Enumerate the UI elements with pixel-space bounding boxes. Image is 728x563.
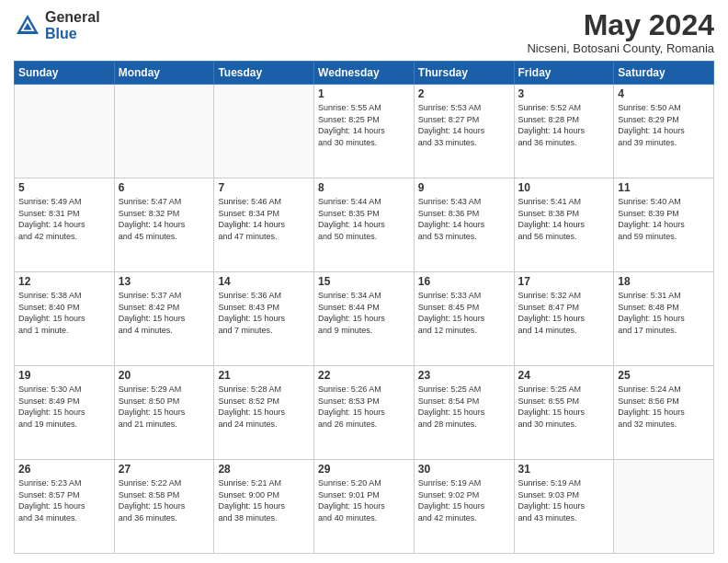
- day-number: 16: [418, 275, 510, 288]
- day-info: Sunrise: 5:20 AMSunset: 9:01 PMDaylight:…: [318, 477, 410, 523]
- day-number: 12: [18, 275, 110, 288]
- day-number: 28: [218, 463, 310, 476]
- col-monday: Monday: [114, 62, 214, 85]
- day-cell: 1Sunrise: 5:55 AMSunset: 8:25 PMDaylight…: [314, 85, 415, 178]
- day-cell: 25Sunrise: 5:24 AMSunset: 8:56 PMDayligh…: [614, 366, 714, 460]
- day-number: 7: [218, 181, 310, 194]
- day-number: 13: [119, 275, 210, 288]
- logo-blue-text: Blue: [45, 26, 100, 42]
- day-info: Sunrise: 5:25 AMSunset: 8:55 PMDaylight:…: [518, 384, 610, 430]
- day-info: Sunrise: 5:47 AMSunset: 8:32 PMDaylight:…: [119, 196, 210, 242]
- day-number: 11: [618, 181, 710, 194]
- day-cell: 4Sunrise: 5:50 AMSunset: 8:29 PMDaylight…: [614, 85, 714, 178]
- day-number: 30: [418, 463, 510, 476]
- day-cell: 11Sunrise: 5:40 AMSunset: 8:39 PMDayligh…: [614, 178, 714, 272]
- day-cell: 8Sunrise: 5:44 AMSunset: 8:35 PMDaylight…: [314, 178, 415, 272]
- day-cell: 20Sunrise: 5:29 AMSunset: 8:50 PMDayligh…: [114, 366, 214, 460]
- day-number: 23: [418, 369, 510, 382]
- day-info: Sunrise: 5:55 AMSunset: 8:25 PMDaylight:…: [318, 102, 410, 148]
- day-info: Sunrise: 5:40 AMSunset: 8:39 PMDaylight:…: [618, 196, 710, 242]
- day-cell: 22Sunrise: 5:26 AMSunset: 8:53 PMDayligh…: [314, 366, 415, 460]
- day-info: Sunrise: 5:28 AMSunset: 8:52 PMDaylight:…: [218, 384, 310, 430]
- day-cell: 31Sunrise: 5:19 AMSunset: 9:03 PMDayligh…: [514, 460, 614, 554]
- week-row-1: 5Sunrise: 5:49 AMSunset: 8:31 PMDaylight…: [15, 178, 714, 272]
- day-cell: 12Sunrise: 5:38 AMSunset: 8:40 PMDayligh…: [15, 272, 115, 366]
- day-cell: 18Sunrise: 5:31 AMSunset: 8:48 PMDayligh…: [614, 272, 714, 366]
- day-number: 20: [119, 369, 210, 382]
- day-cell: 16Sunrise: 5:33 AMSunset: 8:45 PMDayligh…: [414, 272, 514, 366]
- day-info: Sunrise: 5:26 AMSunset: 8:53 PMDaylight:…: [318, 384, 410, 430]
- day-cell: 27Sunrise: 5:22 AMSunset: 8:58 PMDayligh…: [114, 460, 214, 554]
- day-info: Sunrise: 5:30 AMSunset: 8:49 PMDaylight:…: [18, 384, 110, 430]
- day-cell: 21Sunrise: 5:28 AMSunset: 8:52 PMDayligh…: [214, 366, 314, 460]
- calendar-body: 1Sunrise: 5:55 AMSunset: 8:25 PMDaylight…: [15, 85, 714, 554]
- day-cell: [114, 85, 214, 178]
- col-tuesday: Tuesday: [214, 62, 314, 85]
- day-info: Sunrise: 5:19 AMSunset: 9:02 PMDaylight:…: [418, 477, 510, 523]
- day-cell: [15, 85, 115, 178]
- header: General Blue May 2024 Nicseni, Botosani …: [14, 9, 714, 55]
- day-cell: 29Sunrise: 5:20 AMSunset: 9:01 PMDayligh…: [314, 460, 415, 554]
- day-info: Sunrise: 5:25 AMSunset: 8:54 PMDaylight:…: [418, 384, 510, 430]
- title-block: May 2024 Nicseni, Botosani County, Roman…: [527, 9, 714, 55]
- day-number: 25: [618, 369, 710, 382]
- day-cell: 17Sunrise: 5:32 AMSunset: 8:47 PMDayligh…: [514, 272, 614, 366]
- day-cell: 9Sunrise: 5:43 AMSunset: 8:36 PMDaylight…: [414, 178, 514, 272]
- col-wednesday: Wednesday: [314, 62, 415, 85]
- day-number: 19: [18, 369, 110, 382]
- day-number: 18: [618, 275, 710, 288]
- day-info: Sunrise: 5:19 AMSunset: 9:03 PMDaylight:…: [518, 477, 610, 523]
- logo: General Blue: [14, 9, 100, 41]
- day-cell: 19Sunrise: 5:30 AMSunset: 8:49 PMDayligh…: [15, 366, 115, 460]
- day-number: 6: [119, 181, 210, 194]
- day-info: Sunrise: 5:23 AMSunset: 8:57 PMDaylight:…: [18, 477, 110, 523]
- day-number: 27: [119, 463, 210, 476]
- day-number: 26: [18, 463, 110, 476]
- day-info: Sunrise: 5:53 AMSunset: 8:27 PMDaylight:…: [418, 102, 510, 148]
- day-cell: 14Sunrise: 5:36 AMSunset: 8:43 PMDayligh…: [214, 272, 314, 366]
- day-cell: 6Sunrise: 5:47 AMSunset: 8:32 PMDaylight…: [114, 178, 214, 272]
- location-subtitle: Nicseni, Botosani County, Romania: [527, 41, 714, 55]
- logo-general-text: General: [45, 9, 100, 26]
- day-cell: 7Sunrise: 5:46 AMSunset: 8:34 PMDaylight…: [214, 178, 314, 272]
- day-cell: 10Sunrise: 5:41 AMSunset: 8:38 PMDayligh…: [514, 178, 614, 272]
- day-number: 22: [318, 369, 410, 382]
- day-number: 3: [518, 87, 610, 100]
- day-cell: [614, 460, 714, 554]
- day-number: 8: [318, 181, 410, 194]
- col-sunday: Sunday: [15, 62, 115, 85]
- day-number: 31: [518, 463, 610, 476]
- day-number: 2: [418, 87, 510, 100]
- logo-text: General Blue: [45, 9, 100, 41]
- logo-icon: [14, 12, 41, 40]
- month-title: May 2024: [527, 9, 714, 41]
- day-info: Sunrise: 5:38 AMSunset: 8:40 PMDaylight:…: [18, 290, 110, 336]
- day-number: 1: [318, 87, 410, 100]
- day-number: 9: [418, 181, 510, 194]
- day-info: Sunrise: 5:31 AMSunset: 8:48 PMDaylight:…: [618, 290, 710, 336]
- day-cell: 2Sunrise: 5:53 AMSunset: 8:27 PMDaylight…: [414, 85, 514, 178]
- day-number: 21: [218, 369, 310, 382]
- day-cell: 5Sunrise: 5:49 AMSunset: 8:31 PMDaylight…: [15, 178, 115, 272]
- day-info: Sunrise: 5:21 AMSunset: 9:00 PMDaylight:…: [218, 477, 310, 523]
- day-number: 15: [318, 275, 410, 288]
- day-number: 10: [518, 181, 610, 194]
- day-info: Sunrise: 5:29 AMSunset: 8:50 PMDaylight:…: [119, 384, 210, 430]
- day-info: Sunrise: 5:46 AMSunset: 8:34 PMDaylight:…: [218, 196, 310, 242]
- day-info: Sunrise: 5:32 AMSunset: 8:47 PMDaylight:…: [518, 290, 610, 336]
- day-cell: 30Sunrise: 5:19 AMSunset: 9:02 PMDayligh…: [414, 460, 514, 554]
- week-row-3: 19Sunrise: 5:30 AMSunset: 8:49 PMDayligh…: [15, 366, 714, 460]
- day-info: Sunrise: 5:52 AMSunset: 8:28 PMDaylight:…: [518, 102, 610, 148]
- day-cell: 24Sunrise: 5:25 AMSunset: 8:55 PMDayligh…: [514, 366, 614, 460]
- day-cell: [214, 85, 314, 178]
- day-cell: 15Sunrise: 5:34 AMSunset: 8:44 PMDayligh…: [314, 272, 415, 366]
- day-number: 29: [318, 463, 410, 476]
- day-number: 14: [218, 275, 310, 288]
- day-cell: 26Sunrise: 5:23 AMSunset: 8:57 PMDayligh…: [15, 460, 115, 554]
- calendar-table: Sunday Monday Tuesday Wednesday Thursday…: [14, 61, 714, 554]
- day-cell: 13Sunrise: 5:37 AMSunset: 8:42 PMDayligh…: [114, 272, 214, 366]
- day-number: 17: [518, 275, 610, 288]
- day-info: Sunrise: 5:50 AMSunset: 8:29 PMDaylight:…: [618, 102, 710, 148]
- day-info: Sunrise: 5:43 AMSunset: 8:36 PMDaylight:…: [418, 196, 510, 242]
- week-row-2: 12Sunrise: 5:38 AMSunset: 8:40 PMDayligh…: [15, 272, 714, 366]
